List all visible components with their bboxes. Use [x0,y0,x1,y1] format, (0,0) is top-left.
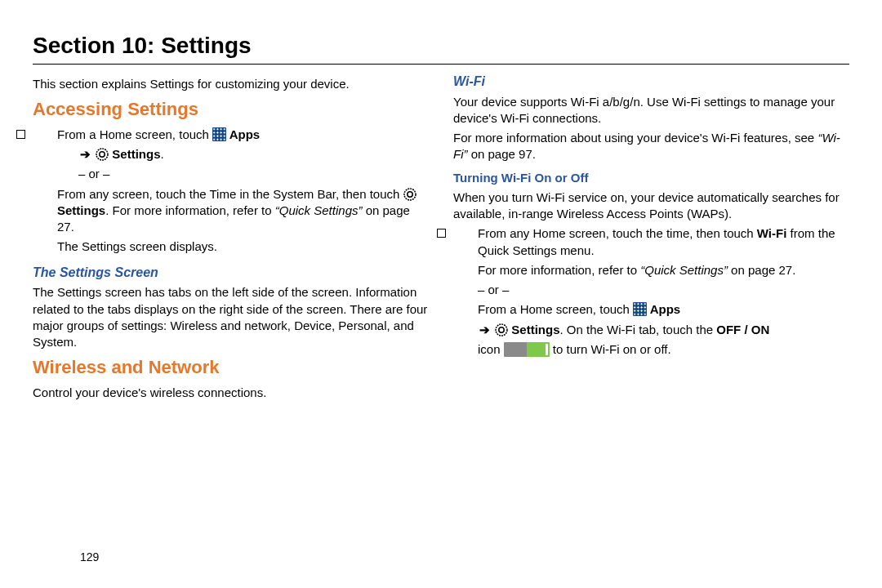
horizontal-rule [33,64,849,65]
wifi-label: Wi-Fi [757,226,787,240]
text: From a Home screen, touch [57,127,212,141]
settings-icon [403,188,416,201]
bullet-continuation: ➔ Settings. [33,146,429,163]
off-on-label: OFF / ON [716,323,769,336]
paragraph: Control your device's wireless connectio… [33,385,429,401]
text: From any screen, touch the Time in the S… [57,187,403,201]
text: . For more information, refer to [105,203,275,217]
paragraph: The Settings screen has tabs on the left… [33,284,429,350]
arrow-icon: ➔ [479,322,490,338]
apps-icon [212,127,226,141]
apps-label: Apps [647,302,680,316]
paragraph: The Settings screen displays. [33,238,429,255]
section-title: Section 10: Settings [33,33,849,59]
apps-label: Apps [226,127,260,141]
two-column-layout: This section explains Settings for custo… [33,73,849,404]
heading-turning-wifi: Turning Wi-Fi On or Off [453,170,849,186]
text: to turn Wi-Fi on or off. [550,342,671,356]
text: . [161,147,164,161]
heading-accessing-settings: Accessing Settings [33,97,429,122]
settings-label: Settings [109,147,160,161]
paragraph: Your device supports Wi-Fi a/b/g/n. Use … [453,94,849,127]
or-separator: – or – [453,282,849,298]
right-column: Wi-Fi Your device supports Wi-Fi a/b/g/n… [453,73,849,404]
heading-wifi: Wi-Fi [453,73,849,91]
settings-icon [96,148,109,161]
svg-point-0 [96,149,108,160]
page-number: 129 [80,550,99,564]
paragraph: From a Home screen, touch Apps [453,301,849,318]
text: From any Home screen, touch the time, th… [478,226,757,240]
arrow-icon: ➔ [80,146,91,163]
svg-point-3 [407,191,412,196]
intro-text: This section explains Settings for custo… [33,76,429,92]
apps-icon [633,302,647,316]
bullet-item: From any Home screen, touch the time, th… [453,225,849,259]
or-separator: – or – [33,166,429,182]
text: on page 27. [728,263,795,277]
svg-point-2 [404,189,416,200]
cross-reference: “Quick Settings” [275,203,363,217]
heading-settings-screen: The Settings Screen [33,264,429,282]
text: From a Home screen, touch [478,302,633,316]
paragraph: From any screen, touch the Time in the S… [33,186,429,236]
text: . On the Wi-Fi tab, touch the [560,323,717,336]
svg-point-5 [499,327,504,332]
paragraph: For more information, refer to “Quick Se… [453,262,849,278]
bullet-item: From a Home screen, touch Apps [33,127,429,143]
text: icon [478,342,504,356]
paragraph: icon to turn Wi-Fi on or off. [453,341,849,358]
text: on page 97. [468,147,536,161]
left-column: This section explains Settings for custo… [33,73,429,404]
heading-wireless-network: Wireless and Network [33,355,429,380]
text: For more information, refer to [478,263,640,277]
paragraph: For more information about using your de… [453,130,849,163]
svg-point-4 [496,324,507,336]
settings-label: Settings [57,203,105,217]
paragraph: ➔ Settings. On the Wi-Fi tab, touch the … [453,322,849,338]
toggle-switch-icon [504,342,550,357]
settings-label: Settings [508,323,559,336]
paragraph: When you turn Wi-Fi service on, your dev… [453,189,849,223]
text: For more information about using your de… [453,131,817,145]
svg-point-1 [100,152,105,157]
cross-reference: “Quick Settings” [640,263,728,277]
settings-icon [495,323,508,336]
